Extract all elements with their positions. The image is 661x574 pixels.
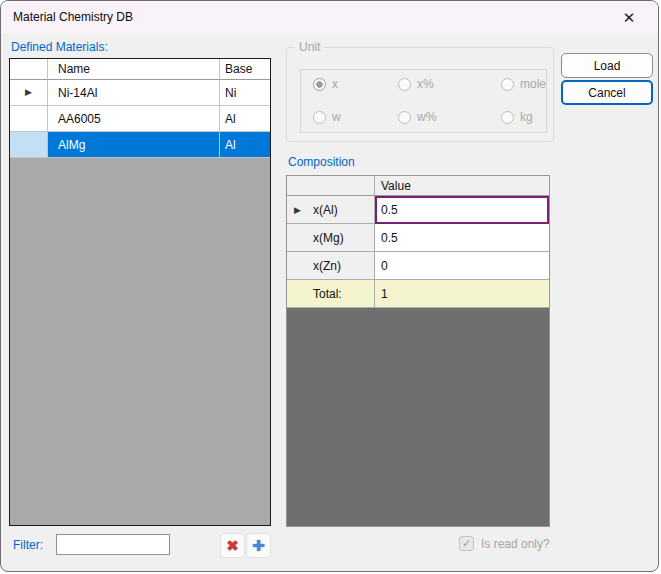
filter-input[interactable] — [56, 534, 170, 555]
column-header-name: Name — [48, 59, 220, 80]
radio-button-icon — [398, 111, 411, 124]
close-icon: ✕ — [623, 9, 636, 27]
composition-header-row: Value — [287, 176, 549, 196]
composition-label: Composition — [288, 155, 355, 169]
load-button[interactable]: Load — [561, 53, 653, 78]
total-value-cell: 1 — [375, 280, 549, 308]
radio-unit-kg[interactable]: kg — [501, 110, 533, 124]
column-header-base: Base — [220, 59, 270, 80]
radio-unit-w[interactable]: w — [313, 110, 341, 124]
material-name-cell[interactable]: Ni-14Al — [48, 80, 220, 106]
add-material-button[interactable]: ✚ — [246, 533, 271, 558]
radio-button-icon — [398, 78, 411, 91]
column-header-value: Value — [375, 176, 549, 196]
is-read-only-checkbox[interactable]: ✓ Is read only? — [459, 536, 550, 551]
delete-material-button[interactable]: ✖ — [220, 533, 245, 558]
component-header-cell[interactable]: ▶ x(Al) — [287, 196, 375, 224]
radio-unit-x-percent[interactable]: x% — [398, 77, 434, 91]
value-cell[interactable]: 0.5 — [375, 224, 549, 252]
unit-options-panel: x x% mole w w% kg — [300, 69, 547, 133]
value-cell-editing[interactable]: 0.5 — [375, 196, 549, 224]
unit-groupbox-label: Unit — [295, 40, 324, 54]
delete-icon: ✖ — [226, 537, 239, 555]
value-cell[interactable]: 0 — [375, 252, 549, 280]
composition-table-empty-area — [287, 308, 549, 526]
composition-table: Value ▶ x(Al) 0.5 x(Mg) 0.5 x(Zn) 0 Tota… — [286, 175, 550, 527]
total-label-cell: Total: — [287, 280, 375, 308]
radio-button-icon — [501, 78, 514, 91]
materials-header-row: Name Base — [10, 59, 270, 80]
composition-row: x(Zn) 0 — [287, 252, 549, 280]
composition-row: x(Mg) 0.5 — [287, 224, 549, 252]
checkbox-icon: ✓ — [459, 536, 474, 551]
is-read-only-label: Is read only? — [481, 537, 550, 551]
materials-table: Name Base ▶ Ni-14Al Ni AA6005 Al AlMg Al — [9, 58, 271, 526]
radio-unit-x[interactable]: x — [313, 77, 338, 91]
radio-unit-mole[interactable]: mole — [501, 77, 546, 91]
row-selector-header — [287, 176, 375, 196]
defined-materials-label: Defined Materials: — [11, 40, 108, 54]
radio-label: x — [332, 77, 338, 91]
component-header-cell[interactable]: x(Mg) — [287, 224, 375, 252]
cancel-button[interactable]: Cancel — [561, 80, 653, 105]
radio-button-icon — [313, 111, 326, 124]
unit-groupbox: Unit x x% mole w w% — [286, 47, 554, 142]
current-row-arrow-icon: ▶ — [294, 205, 301, 214]
material-name-cell[interactable]: AlMg — [48, 132, 220, 158]
component-name: x(Al) — [313, 203, 338, 217]
radio-label: x% — [417, 77, 434, 91]
component-name: x(Mg) — [313, 231, 344, 245]
composition-total-row: Total: 1 — [287, 280, 549, 308]
titlebar: Material Chemistry DB ✕ — [1, 1, 658, 33]
table-row-selected[interactable]: AlMg Al — [10, 132, 270, 158]
row-selector-cell[interactable]: ▶ — [10, 80, 48, 106]
material-name-cell[interactable]: AA6005 — [48, 106, 220, 132]
row-selector-cell[interactable] — [10, 132, 48, 158]
composition-row: ▶ x(Al) 0.5 — [287, 196, 549, 224]
row-selector-cell[interactable] — [10, 106, 48, 132]
radio-button-icon — [501, 111, 514, 124]
current-row-arrow-icon: ▶ — [25, 88, 32, 97]
material-base-cell[interactable]: Ni — [220, 80, 270, 106]
row-selector-header — [10, 59, 48, 80]
close-button[interactable]: ✕ — [612, 6, 646, 30]
radio-label: w — [332, 110, 341, 124]
table-row[interactable]: AA6005 Al — [10, 106, 270, 132]
component-header-cell[interactable]: x(Zn) — [287, 252, 375, 280]
component-name: x(Zn) — [313, 259, 341, 273]
material-chemistry-db-dialog: Material Chemistry DB ✕ Defined Material… — [0, 0, 659, 572]
radio-label: mole — [520, 77, 546, 91]
table-row[interactable]: ▶ Ni-14Al Ni — [10, 80, 270, 106]
add-icon: ✚ — [252, 537, 265, 555]
materials-table-empty-area — [10, 158, 270, 525]
filter-label: Filter: — [13, 538, 43, 552]
material-base-cell[interactable]: Al — [220, 106, 270, 132]
radio-unit-w-percent[interactable]: w% — [398, 110, 436, 124]
radio-button-icon — [313, 78, 326, 91]
radio-label: w% — [417, 110, 436, 124]
material-base-cell[interactable]: Al — [220, 132, 270, 158]
window-title: Material Chemistry DB — [13, 10, 133, 24]
radio-label: kg — [520, 110, 533, 124]
